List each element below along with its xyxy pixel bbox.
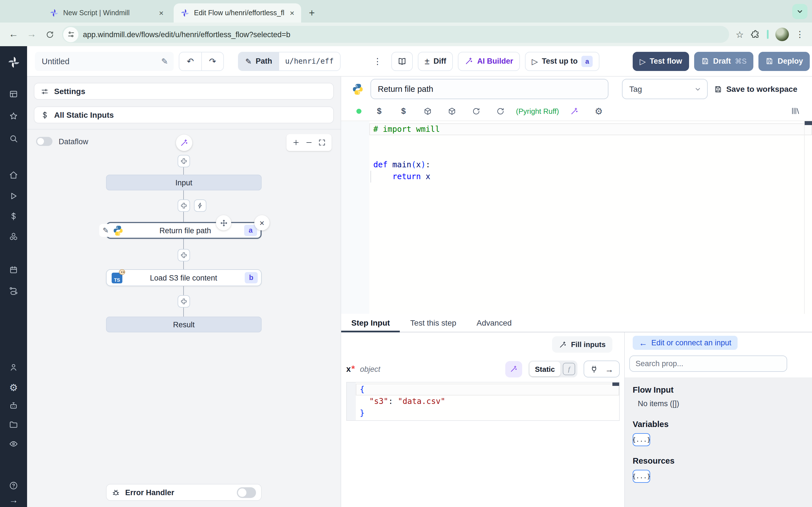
variables-dollar-icon[interactable] <box>0 212 27 221</box>
arrow-right-icon[interactable]: → <box>605 364 613 374</box>
zoom-in-icon[interactable] <box>292 138 300 147</box>
save-to-workspace-button[interactable]: Save to workspace <box>714 84 797 94</box>
json-scrollbar[interactable] <box>612 383 619 386</box>
draft-button[interactable]: Draft ⌘S <box>694 52 753 71</box>
code-editor[interactable]: # import wmill def main(x): return x <box>341 121 812 314</box>
tab-search-button[interactable] <box>792 4 808 19</box>
variables-braces-button[interactable]: {...} <box>633 433 650 446</box>
json-value-editor[interactable]: { "s3": "data.csv"} <box>346 382 620 421</box>
search-prop-input[interactable] <box>629 355 787 372</box>
apps-grid-icon[interactable] <box>0 90 27 99</box>
tab-close-icon[interactable]: × <box>289 8 296 17</box>
error-handler-card[interactable]: Error Handler <box>106 484 262 501</box>
all-static-inputs-card[interactable]: All Static Inputs <box>34 107 334 123</box>
header-kebab-icon[interactable]: ⋮ <box>369 56 386 66</box>
library-icon[interactable] <box>791 107 800 115</box>
schedules-calendar-icon[interactable] <box>0 265 27 274</box>
insert-step-button[interactable] <box>177 200 190 212</box>
step-node-b[interactable]: TS Load S3 file content b <box>106 269 262 286</box>
resources-cubes-icon[interactable] <box>0 232 27 241</box>
workers-robot-icon[interactable] <box>0 401 27 410</box>
edit-name-pencil-icon[interactable]: ✎ <box>161 57 168 66</box>
zoom-out-icon[interactable] <box>305 138 313 147</box>
path-value[interactable]: u/henri/eff <box>279 52 340 70</box>
docs-book-button[interactable] <box>391 52 413 71</box>
site-settings-icon[interactable] <box>63 27 79 42</box>
browser-menu-icon[interactable]: ⋮ <box>796 29 804 40</box>
json-lines[interactable]: { "s3": "data.csv"} <box>356 383 619 420</box>
settings-gear-icon[interactable]: ⚙ <box>0 382 27 394</box>
insert-trigger-button[interactable] <box>194 200 206 212</box>
audit-eye-icon[interactable] <box>0 439 27 448</box>
favorites-star-icon[interactable] <box>0 112 27 121</box>
triggers-route-icon[interactable] <box>0 286 27 295</box>
ai-flow-wand-button[interactable] <box>176 135 192 151</box>
static-mode-button[interactable]: Static <box>529 362 560 376</box>
input-node[interactable]: Input <box>106 175 262 190</box>
collapse-arrow-icon[interactable]: → <box>0 495 27 505</box>
fit-view-icon[interactable] <box>318 138 326 147</box>
expression-fx-button[interactable]: f <box>563 363 575 375</box>
tab-step-input[interactable]: Step Input <box>341 314 400 332</box>
lint-status[interactable]: (Pyright Ruff) <box>513 107 562 115</box>
reload-button[interactable] <box>42 26 57 42</box>
editor-settings-gear-icon[interactable]: ⚙ <box>587 106 611 116</box>
reload-icon[interactable] <box>464 107 488 115</box>
ai-fill-wand-button[interactable] <box>505 361 522 377</box>
search-icon[interactable] <box>0 134 27 143</box>
browser-tab-1[interactable]: New Script | Windmill × <box>43 3 170 22</box>
tag-select[interactable]: Tag <box>622 79 708 99</box>
runs-play-icon[interactable] <box>0 191 27 201</box>
folders-icon[interactable] <box>0 420 27 429</box>
undo-button[interactable]: ↶ <box>179 52 201 70</box>
new-tab-button[interactable]: + <box>305 6 319 20</box>
dataflow-toggle[interactable] <box>36 137 52 146</box>
forward-button[interactable]: → <box>24 26 40 42</box>
redo-button[interactable]: ↷ <box>201 52 223 70</box>
insert-step-button[interactable] <box>177 155 190 167</box>
side-nav: ⚙ → <box>0 46 27 507</box>
resources-braces-button[interactable]: {...} <box>633 470 650 483</box>
back-button[interactable]: ← <box>6 26 21 42</box>
step-node-a[interactable]: ✎ × Return file path a <box>106 222 262 239</box>
variables-dollar-icon[interactable]: $ <box>367 107 391 115</box>
error-handler-toggle[interactable] <box>237 487 256 498</box>
extensions-puzzle-icon[interactable] <box>751 30 760 39</box>
users-person-icon[interactable] <box>0 363 27 372</box>
windmill-logo-icon[interactable] <box>0 56 27 69</box>
edit-or-connect-button[interactable]: ← Edit or connect an input <box>633 336 738 350</box>
tab-test-this-step[interactable]: Test this step <box>400 314 466 332</box>
package-cube-icon[interactable] <box>440 107 464 115</box>
home-icon[interactable] <box>0 171 27 180</box>
browser-tab-2-active[interactable]: Edit Flow u/henri/effortless_fl × <box>174 3 301 22</box>
editor-scrollbar[interactable] <box>805 121 812 125</box>
test-up-to-button[interactable]: ▷ Test up to a <box>525 52 600 71</box>
bookmark-star-icon[interactable]: ☆ <box>735 29 744 40</box>
test-flow-button[interactable]: ▷ Test flow <box>633 52 689 71</box>
ai-wand-icon[interactable] <box>562 107 587 115</box>
browser-avatar[interactable] <box>775 27 789 41</box>
step-name-input[interactable] <box>370 79 608 99</box>
result-node[interactable]: Result <box>106 317 262 332</box>
help-icon[interactable] <box>0 481 27 490</box>
delete-step-button[interactable]: × <box>254 215 269 230</box>
edit-step-pencil-icon[interactable]: ✎ <box>99 224 112 237</box>
tab-advanced[interactable]: Advanced <box>466 314 522 332</box>
url-bar[interactable]: app.windmill.dev/flows/edit/u/henri/effo… <box>62 26 729 43</box>
static-dollar-icon[interactable]: $ <box>391 107 416 115</box>
deploy-button[interactable]: Deploy <box>758 52 810 71</box>
tab-close-icon[interactable]: × <box>158 8 165 17</box>
move-step-handle[interactable] <box>216 215 231 230</box>
ai-builder-button[interactable]: AI Builder <box>458 52 520 71</box>
settings-card[interactable]: Settings <box>34 83 334 100</box>
fill-inputs-button[interactable]: Fill inputs <box>552 336 612 353</box>
insert-step-button[interactable] <box>177 295 190 307</box>
flow-name-field[interactable]: Untitled ✎ <box>35 52 174 71</box>
package-cube-icon[interactable] <box>416 107 440 115</box>
diff-button[interactable]: ± Diff <box>418 52 453 71</box>
insert-step-button[interactable] <box>177 249 190 262</box>
path-group[interactable]: ✎ Path u/henri/eff <box>238 52 340 71</box>
plug-icon[interactable] <box>590 365 598 373</box>
reload-icon[interactable] <box>488 107 513 115</box>
code-lines[interactable]: # import wmill def main(x): return x <box>369 121 812 314</box>
